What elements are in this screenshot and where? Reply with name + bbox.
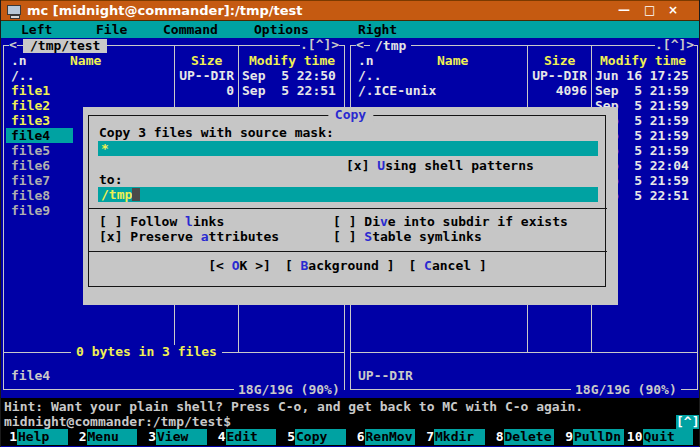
right-panel-back-arrow[interactable]: < bbox=[356, 38, 364, 52]
right-col-mtime[interactable]: Modify time bbox=[600, 53, 686, 68]
left-panel-back-arrow[interactable]: < bbox=[9, 38, 17, 52]
source-mask-input[interactable]: * bbox=[98, 141, 598, 156]
fkey-view[interactable]: 3View bbox=[140, 429, 210, 445]
fkey-renmov[interactable]: 6RenMov bbox=[349, 429, 419, 445]
copy-dialog-title: Copy bbox=[328, 108, 373, 122]
stable-symlinks-checkbox[interactable]: [ ] Stable symlinks bbox=[333, 229, 482, 244]
table-row[interactable]: /.ICE-unix 4096 Sep 5 21:59 bbox=[351, 83, 697, 98]
fkey-copy[interactable]: 5Copy bbox=[279, 429, 349, 445]
right-panel-mini-status: UP--DIR bbox=[358, 368, 413, 383]
fkey-mkdir[interactable]: 7Mkdir bbox=[418, 429, 488, 445]
source-mask-prompt: Copy 3 files with source mask: bbox=[99, 125, 334, 140]
text-cursor bbox=[132, 188, 140, 201]
right-sort-indicator[interactable]: .n bbox=[358, 53, 374, 68]
to-label: to: bbox=[99, 172, 122, 187]
left-panel-totals: 0 bytes in 3 files bbox=[71, 345, 222, 359]
cmdline-up-icon[interactable]: [^] bbox=[676, 415, 699, 429]
right-panel-header: .n Name Size Modify time bbox=[351, 53, 697, 68]
ok-button[interactable]: [< OK >] bbox=[208, 258, 271, 273]
dialog-divider bbox=[88, 208, 607, 209]
cancel-button[interactable]: [ Cancel ] bbox=[408, 258, 486, 273]
left-panel-path[interactable]: /tmp/test bbox=[23, 39, 107, 53]
menu-file[interactable]: File bbox=[96, 21, 127, 38]
fkey-quit[interactable]: 10Quit bbox=[627, 429, 697, 445]
left-panel-mini-status: file4 bbox=[11, 368, 50, 383]
table-row[interactable]: /.. UP--DIR Jun 16 17:25 bbox=[351, 68, 697, 83]
close-icon[interactable]: × bbox=[668, 3, 678, 17]
dialog-buttons: [< OK >] [ Background ] [ Cancel ] bbox=[88, 258, 607, 273]
right-panel-up-icon[interactable]: .[^]> bbox=[655, 38, 694, 52]
dialog-divider bbox=[88, 251, 607, 252]
destination-input[interactable]: /tmp bbox=[98, 187, 598, 202]
left-panel-disk-usage: 18G/19G (90%) bbox=[234, 383, 344, 397]
left-col-mtime[interactable]: Modify time bbox=[249, 53, 335, 68]
fkey-edit[interactable]: 4Edit bbox=[210, 429, 280, 445]
copy-dialog: Copy Copy 3 files with source mask: * [x… bbox=[83, 107, 618, 305]
menu-left[interactable]: Left bbox=[21, 21, 52, 38]
follow-links-checkbox[interactable]: [ ] Follow links bbox=[99, 214, 224, 229]
command-line[interactable]: midnight@commander:/tmp/test$ bbox=[4, 414, 231, 429]
menubar: Left File Command Options Right bbox=[1, 21, 699, 38]
left-col-name[interactable]: Name bbox=[70, 53, 101, 68]
titlebar: mc [midnight@commander]:/tmp/test — □ × bbox=[1, 0, 699, 21]
preserve-attributes-checkbox[interactable]: [x] Preserve attributes bbox=[99, 229, 279, 244]
fkey-pulldn[interactable]: 9PullDn bbox=[557, 429, 627, 445]
hint-line: Hint: Want your plain shell? Press C-o, … bbox=[4, 399, 583, 414]
shell-patterns-checkbox[interactable]: [x] Using shell patterns bbox=[346, 158, 534, 173]
dive-into-subdir-checkbox[interactable]: [ ] Dive into subdir if exists bbox=[333, 214, 568, 229]
fkey-help[interactable]: 1Help bbox=[1, 429, 71, 445]
table-row[interactable]: file1 0 Sep 5 22:51 bbox=[4, 83, 344, 98]
table-row[interactable]: /.. UP--DIR Sep 5 22:50 bbox=[4, 68, 344, 83]
menu-command[interactable]: Command bbox=[163, 21, 218, 38]
fkey-delete[interactable]: 8Delete bbox=[488, 429, 558, 445]
right-col-name[interactable]: Name bbox=[437, 53, 468, 68]
window-title: mc [midnight@commander]:/tmp/test bbox=[27, 3, 303, 18]
right-panel-path[interactable]: /tmp bbox=[370, 39, 411, 53]
terminal-window-icon bbox=[7, 5, 21, 18]
left-panel-up-icon[interactable]: .[^]> bbox=[300, 38, 339, 52]
menu-options[interactable]: Options bbox=[254, 21, 309, 38]
left-col-size[interactable]: Size bbox=[191, 53, 222, 68]
mc-window: mc [midnight@commander]:/tmp/test — □ × … bbox=[0, 0, 700, 447]
background-button[interactable]: [ Background ] bbox=[285, 258, 395, 273]
maximize-icon[interactable]: □ bbox=[644, 3, 655, 17]
function-key-bar: 1Help 2Menu 3View 4Edit 5Copy 6RenMov 7M… bbox=[1, 429, 696, 445]
right-panel-status-divider bbox=[351, 352, 697, 353]
fkey-menu[interactable]: 2Menu bbox=[71, 429, 141, 445]
menu-right[interactable]: Right bbox=[358, 21, 397, 38]
minimize-icon[interactable]: — bbox=[618, 3, 630, 17]
right-col-size[interactable]: Size bbox=[544, 53, 575, 68]
right-panel-disk-usage: 18G/19G (90%) bbox=[571, 383, 681, 397]
left-sort-indicator[interactable]: .n bbox=[11, 53, 27, 68]
left-panel-header: .n Name Size Modify time bbox=[4, 53, 344, 68]
